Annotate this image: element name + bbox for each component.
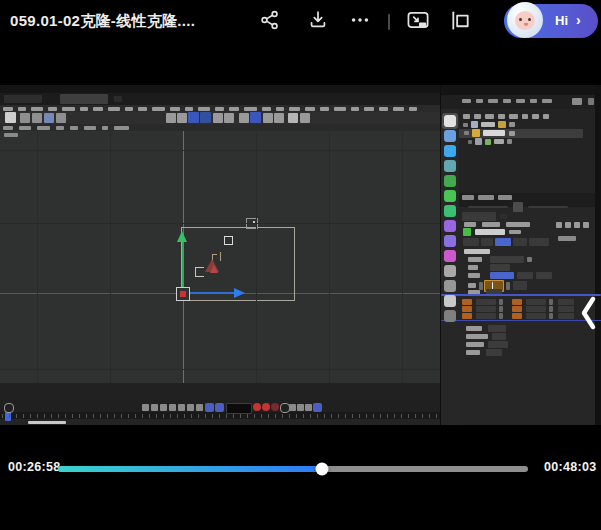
- x-axis-arrow-icon: [234, 288, 245, 298]
- avatar: [507, 2, 543, 38]
- chevron-right-icon: ›: [576, 12, 581, 28]
- share-button[interactable]: [258, 10, 282, 34]
- control-bar: 倍速 超清 字幕 查找 SWP 选集: [0, 482, 601, 530]
- c4d-timeline-band: [0, 383, 440, 400]
- mini-player-button[interactable]: [448, 10, 472, 34]
- c4d-right-menubar: [441, 95, 601, 109]
- pip-icon: [406, 9, 431, 36]
- cloned-object-highlight: [210, 265, 218, 273]
- selection-handle: [224, 236, 233, 245]
- account-greeting: Hi: [555, 13, 568, 28]
- y-axis-arrow-icon: [177, 231, 187, 242]
- avatar-face: [515, 11, 535, 30]
- progress-bar[interactable]: [58, 466, 528, 472]
- mini-window-icon: [449, 9, 472, 36]
- pip-button[interactable]: [406, 10, 430, 34]
- c4d-attribute-manager: [459, 207, 595, 425]
- c4d-power-slider: [459, 193, 595, 207]
- selection-corner-dot: [253, 221, 255, 223]
- avatar-eye: [519, 18, 522, 21]
- total-time: 00:48:03: [544, 460, 596, 474]
- selection-bracket-handle: [195, 267, 204, 277]
- c4d-toolbar: [0, 112, 440, 124]
- origin-handle: [176, 287, 190, 301]
- y-axis-gizmo-line: [182, 241, 184, 288]
- c4d-mode-palette: [441, 109, 459, 425]
- video-player: 059.01-02克隆-线性克隆....: [0, 0, 601, 530]
- c4d-timeline-scrollbar: [0, 419, 440, 425]
- selection-corner-box: [246, 218, 258, 229]
- progress-row: 00:26:58 00:48:03: [0, 455, 601, 482]
- more-button[interactable]: [348, 10, 372, 34]
- progress-played: [58, 466, 322, 472]
- chevron-left-icon: [579, 319, 599, 336]
- object-mark: [220, 252, 224, 261]
- avatar-mouth: [524, 23, 528, 26]
- side-drawer-toggle[interactable]: [579, 293, 599, 333]
- c4d-object-manager: [459, 109, 595, 193]
- c4d-viewport: [0, 131, 440, 383]
- progress-knob[interactable]: [316, 463, 329, 476]
- c4d-frame-ruler: [0, 412, 440, 419]
- current-time: 00:26:58: [8, 460, 60, 474]
- c4d-viewport-menubar: [0, 124, 440, 131]
- account-pill[interactable]: Hi ›: [504, 4, 598, 38]
- c4d-transport-bar: [0, 400, 440, 412]
- x-axis-gizmo-line: [184, 292, 234, 294]
- video-title: 059.01-02克隆-线性克隆....: [10, 12, 195, 31]
- share-icon: [259, 9, 281, 35]
- player-header: 059.01-02克隆-线性克隆....: [0, 0, 601, 45]
- more-icon: [349, 9, 371, 35]
- header-divider: [388, 14, 390, 30]
- c4d-menubar: [0, 105, 440, 112]
- avatar-eye: [528, 18, 531, 21]
- download-button[interactable]: [306, 10, 330, 34]
- video-frame[interactable]: [0, 45, 601, 455]
- c4d-right-scrollbar: [595, 85, 601, 425]
- download-icon: [307, 9, 329, 35]
- c4d-window: [0, 85, 601, 425]
- c4d-layout-tabs: [0, 93, 440, 105]
